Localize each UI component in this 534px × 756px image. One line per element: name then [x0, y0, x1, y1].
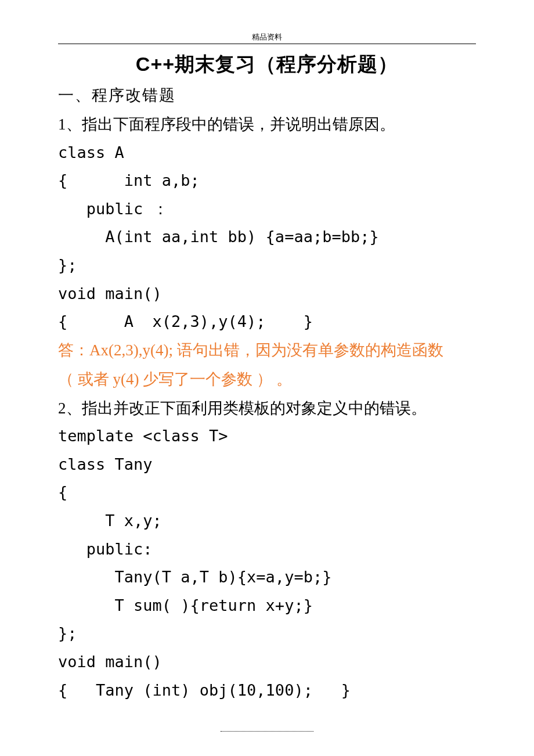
- q1-code-line: { A x(2,3),y(4); }: [58, 308, 476, 336]
- section-heading: 一、程序改错题: [58, 85, 476, 106]
- q2-code-line: void main(): [58, 648, 476, 676]
- q2-code-line: T x,y;: [58, 507, 476, 535]
- question-2: 2、指出并改正下面利用类模板的对象定义中的错误。 template <class…: [58, 394, 476, 705]
- page-content: 精品资料 C++期末复习（程序分析题） 一、程序改错题 1、指出下面程序段中的错…: [0, 0, 534, 704]
- q2-code-line: };: [58, 620, 476, 648]
- q2-code-line: class Tany: [58, 451, 476, 479]
- q1-answer-line: 答：Ax(2,3),y(4); 语句出错，因为没有单参数的构造函数: [58, 336, 476, 365]
- q2-code-line: public:: [58, 535, 476, 564]
- q2-code-line: {: [58, 478, 476, 507]
- q2-code-line: template <class T>: [58, 422, 476, 451]
- q1-code-line: };: [58, 251, 476, 280]
- q2-code-line: T sum( ){return x+y;}: [58, 592, 476, 620]
- q1-code-line: public ：: [58, 195, 476, 224]
- q2-prompt: 2、指出并改正下面利用类模板的对象定义中的错误。: [58, 394, 476, 423]
- question-1: 1、指出下面程序段中的错误，并说明出错原因。 class A { int a,b…: [58, 110, 476, 394]
- q1-answer: 答：Ax(2,3),y(4); 语句出错，因为没有单参数的构造函数 （ 或者 y…: [58, 336, 476, 394]
- q1-prompt: 1、指出下面程序段中的错误，并说明出错原因。: [58, 110, 476, 139]
- q2-code-line: { Tany (int) obj(10,100); }: [58, 676, 476, 705]
- header-divider: [58, 44, 476, 44]
- footer-divider: [221, 731, 313, 732]
- q2-code-line: Tany(T a,T b){x=a,y=b;}: [58, 563, 476, 592]
- q1-code-line: void main(): [58, 280, 476, 308]
- document-title: C++期末复习（程序分析题）: [58, 51, 476, 78]
- q1-code-line: class A: [58, 139, 476, 167]
- q1-code-line: A(int aa,int bb) {a=aa;b=bb;}: [58, 223, 476, 251]
- header-label: 精品资料: [58, 32, 476, 42]
- q1-answer-line: （ 或者 y(4) 少写了一个参数 ） 。: [58, 365, 476, 394]
- q1-code-line: { int a,b;: [58, 167, 476, 195]
